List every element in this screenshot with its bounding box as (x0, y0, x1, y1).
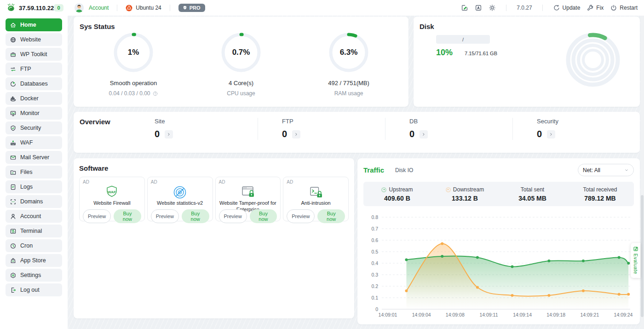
software-card-website-firewall: ADWAFWebsite FirewallPreviewBuy now (79, 177, 145, 221)
overview-title: Overview (80, 118, 130, 153)
note-edit-icon[interactable] (461, 4, 468, 12)
home-icon (10, 22, 17, 29)
logout-icon (10, 287, 17, 294)
tab-traffic[interactable]: Traffic (363, 166, 384, 174)
domains-icon (10, 198, 17, 205)
fix-button[interactable]: Fix (586, 4, 604, 12)
chevron-right-button[interactable] (165, 130, 173, 139)
ad-label: AD (151, 179, 209, 185)
sidebar-item-waf[interactable]: WAF (6, 136, 62, 149)
sidebar-item-terminal[interactable]: Terminal (6, 225, 62, 237)
sidebar-item-home[interactable]: Home (6, 18, 62, 31)
preview-button[interactable]: Preview (219, 209, 247, 223)
sidebar-item-databases[interactable]: Databases (6, 77, 62, 90)
sidebar-item-app-store[interactable]: App Store (6, 254, 62, 267)
firewall-icon (10, 139, 17, 146)
svg-text:WAF: WAF (108, 190, 116, 194)
evaluate-tab[interactable]: Evaluate (631, 243, 640, 278)
pro-badge[interactable]: PRO (178, 4, 205, 12)
gauge-value: 1% (112, 31, 155, 74)
sidebar-item-wp-toolkit[interactable]: WP Toolkit (6, 48, 62, 61)
sidebar-item-mail-server[interactable]: Mail Server (6, 151, 62, 164)
brand: 37.59.110.22 0 (0, 0, 68, 16)
chevron-right-button[interactable] (420, 130, 428, 139)
update-label: Update (563, 5, 581, 11)
user-avatar[interactable] (74, 3, 84, 13)
statistics-target-icon (151, 185, 209, 200)
theme-sun-icon[interactable] (489, 4, 496, 12)
net-select-value: Net: All (583, 167, 600, 173)
gauge-value: 6.3% (328, 31, 370, 74)
sys-status-title: Sys Status (80, 23, 402, 30)
sidebar-item-monitor[interactable]: Monitor (6, 107, 62, 120)
divider (117, 5, 117, 11)
software-card-name: Website Tamper-proof for Enterprise (219, 200, 277, 207)
buy-now-button[interactable]: Buy now (182, 209, 209, 223)
sidebar-item-account[interactable]: Account (6, 210, 62, 223)
tab-disk-io[interactable]: Disk IO (395, 167, 413, 173)
sidebar-item-domains[interactable]: Domains (6, 195, 62, 208)
ad-label: AD (219, 179, 277, 185)
browser-lock-icon (219, 185, 277, 200)
buy-now-button[interactable]: Buy now (317, 209, 345, 223)
sidebar-item-label: Domains (20, 198, 43, 205)
overview-item-ftp: FTP0 (258, 118, 385, 153)
net-select[interactable]: Net: All (578, 164, 634, 176)
chevron-right-button[interactable] (292, 130, 300, 139)
notification-badge[interactable]: 0 (54, 4, 63, 12)
help-icon[interactable] (152, 91, 158, 97)
update-icon (553, 4, 560, 12)
chevron-right-button[interactable] (547, 130, 555, 139)
traffic-stat-downstream: Downstream133.12 B (431, 186, 499, 202)
app: 37.59.110.22 0 HomeWebsiteWP ToolkitFTPD… (0, 0, 644, 329)
scrollbar-thumb[interactable] (641, 195, 644, 317)
topbar-right: 7.0.27 Update Fix (461, 4, 638, 12)
sidebar-item-website[interactable]: Website (6, 33, 62, 46)
svg-text:14:09:24: 14:09:24 (614, 312, 633, 317)
svg-text:14:09:21: 14:09:21 (580, 312, 599, 317)
monitor-icon (10, 110, 17, 117)
sidebar-item-logs[interactable]: Logs (6, 180, 62, 193)
sidebar-item-settings[interactable]: Settings (6, 269, 62, 282)
sidebar-item-ftp[interactable]: FTP (6, 63, 62, 75)
transfer-icon (10, 66, 17, 73)
fix-label: Fix (596, 5, 604, 11)
svg-text:14:09:11: 14:09:11 (479, 312, 498, 317)
gauge-line2: 0.04 / 0.03 / 0.00 (109, 90, 158, 97)
gauge-load: 1%Smooth operation0.04 / 0.03 / 0.00 (80, 31, 187, 97)
folder-icon (10, 169, 17, 176)
sidebar-item-log-out[interactable]: Log out (6, 283, 62, 296)
restart-button[interactable]: Restart (610, 4, 638, 12)
svg-text:0.6: 0.6 (371, 237, 378, 243)
buy-now-button[interactable]: Buy now (114, 209, 141, 223)
database-pie-icon (10, 81, 17, 87)
language-icon[interactable] (475, 4, 482, 12)
gauge-ring: 1% (112, 31, 155, 74)
gauge-ring: 0.7% (220, 31, 262, 74)
sys-status-panel: Sys Status 1%Smooth operation0.04 / 0.03… (74, 17, 408, 107)
update-button[interactable]: Update (553, 4, 581, 12)
svg-text:0.7: 0.7 (371, 226, 378, 231)
gauge-ram: 6.3%492 / 7751(MB)RAM usage (295, 31, 402, 97)
account-menu[interactable]: Account (89, 5, 109, 11)
traffic-stat-total-received: Total received789.12 MB (566, 186, 634, 202)
sidebar: 37.59.110.22 0 HomeWebsiteWP ToolkitFTPD… (0, 0, 68, 329)
disk-rings-chart (565, 32, 621, 89)
buy-now-button[interactable]: Buy now (250, 209, 277, 223)
os-label: Ubuntu 24 (136, 5, 161, 11)
traffic-header: Traffic Disk IO Net: All (363, 164, 634, 176)
sidebar-item-docker[interactable]: Docker (6, 92, 62, 105)
preview-button[interactable]: Preview (151, 209, 179, 223)
sidebar-item-files[interactable]: Files (6, 166, 62, 179)
preview-button[interactable]: Preview (287, 209, 315, 223)
gauge-ring: 6.3% (328, 31, 370, 74)
sidebar-item-cron[interactable]: Cron (6, 239, 62, 252)
disk-mount-tab[interactable]: / (436, 35, 490, 44)
legend-dot-icon (446, 187, 451, 192)
sidebar-item-security[interactable]: Security (6, 121, 62, 134)
preview-button[interactable]: Preview (83, 209, 111, 223)
sidebar-item-label: Website (20, 36, 41, 43)
sidebar-item-label: Databases (20, 81, 48, 87)
chevron-right-icon (294, 132, 299, 137)
sidebar-item-label: Files (20, 169, 32, 175)
